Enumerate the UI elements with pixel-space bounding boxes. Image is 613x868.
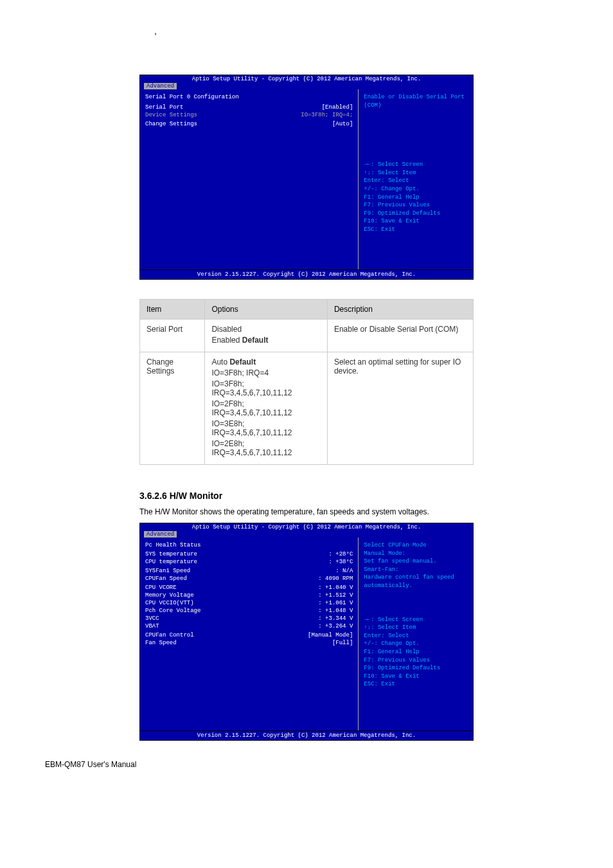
bios1-title: Serial Port 0 Configuration (145, 94, 239, 100)
bios2-tab: Advanced (144, 531, 177, 538)
bios-screenshot-2: Aptio Setup Utility - Copyright (C) 2012… (139, 523, 474, 741)
bios-row: Change Settings[Auto] (145, 120, 353, 128)
bios-row: CPUFan Control[Manual Mode] (145, 631, 353, 639)
table-row: Change SettingsAuto DefaultIO=3F8h; IRQ=… (140, 352, 474, 465)
bios1-help: Enable or Disable Serial Port (COM) (364, 93, 468, 109)
bios-row: CPU VCCIO(VTT): +1.061 V (145, 599, 353, 607)
settings-table: Item Options Description Serial PortDisa… (139, 299, 474, 465)
bios-screenshot-1: Aptio Setup Utility - Copyright (C) 2012… (139, 75, 474, 280)
bios1-nav: →←: Select Screen↑↓: Select ItemEnter: S… (364, 161, 468, 233)
table-header-options: Options (205, 300, 328, 320)
bios1-header: Aptio Setup Utility - Copyright (C) 2012… (140, 75, 473, 83)
bios-row: 3VCC: +3.344 V (145, 615, 353, 622)
comma-text: , (154, 26, 536, 36)
bios-row: Fan Speed[Full] (145, 639, 353, 647)
bios2-help: Select CPUFan ModeManual Mode:Set fan sp… (364, 541, 468, 590)
section-title: 3.6.2.6 H/W Monitor (139, 491, 474, 501)
bios-row: VBAT: +3.264 V (145, 622, 353, 630)
table-row: Serial PortDisabledEnabled DefaultEnable… (140, 320, 474, 352)
bios-row: SYS temperature: +28°C (145, 550, 353, 558)
bios-row: Memory Voltage: +1.512 V (145, 592, 353, 599)
bios-row: Serial Port[Enabled] (145, 104, 353, 111)
table-header-desc: Description (327, 300, 473, 320)
page-footer: EBM-QM87 User's Manual (45, 760, 613, 769)
bios2-title: Pc Health Status (145, 542, 200, 548)
section-desc: The H/W Monitor shows the operating temp… (139, 507, 474, 516)
bios-row: CPUFan Speed: 4090 RPM (145, 575, 353, 583)
bios2-footer: Version 2.15.1227. Copyright (C) 2012 Am… (140, 730, 473, 740)
bios-row: CPU temperature: +38°C (145, 558, 353, 566)
bios-row: SYSFan1 Speed: N/A (145, 567, 353, 575)
bios-row: Pch Core Voltage: +1.048 V (145, 607, 353, 615)
bios-row: CPU VCORE: +1.040 V (145, 584, 353, 592)
bios1-tab: Advanced (144, 83, 177, 89)
table-header-item: Item (140, 300, 205, 320)
bios-row: Device SettingsIO=3F8h; IRQ=4; (145, 111, 353, 119)
bios2-nav: →←: Select Screen↑↓: Select ItemEnter: S… (364, 616, 468, 689)
bios2-header: Aptio Setup Utility - Copyright (C) 2012… (140, 523, 473, 531)
bios1-footer: Version 2.15.1227. Copyright (C) 2012 Am… (140, 269, 473, 279)
